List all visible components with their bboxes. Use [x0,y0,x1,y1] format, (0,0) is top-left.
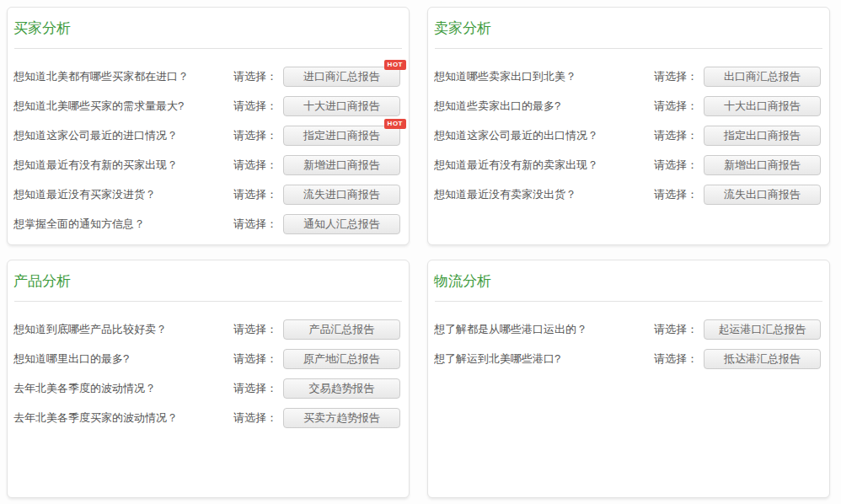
report-row: 想知道这家公司最近的出口情况？ 请选择： 指定出口商报告 [434,121,821,150]
report-row: 想知道最近没有卖家没出货？ 请选择： 流失出口商报告 [434,180,821,209]
report-button[interactable]: 买卖方趋势报告 [283,408,400,428]
report-button-wrap: 通知人汇总报告 [283,214,400,234]
question-label: 想了解都是从哪些港口运出的？ [434,322,654,337]
report-button-wrap: 交易趋势报告 [283,378,400,399]
report-row: 想知道哪些卖家出口到北美？ 请选择： 出口商汇总报告 [434,62,821,91]
select-label: 请选择： [233,187,277,202]
report-button[interactable]: 指定出口商报告 [704,126,821,146]
select-label: 请选择： [654,322,698,337]
question-label: 想知道些卖家出口的最多? [434,99,654,114]
panel-seller-analysis: 卖家分析 想知道哪些卖家出口到北美？ 请选择： 出口商汇总报告 想知道些卖家出口… [427,7,830,245]
report-button-wrap: 指定进口商报告 HOT [283,126,400,146]
report-row: 想知道到底哪些产品比较好卖？ 请选择： 产品汇总报告 [13,314,400,344]
select-label: 请选择： [233,351,277,367]
select-label: 请选择： [233,128,277,143]
report-button[interactable]: 新增进口商报告 [283,155,400,175]
report-button[interactable]: 进口商汇总报告 [283,67,400,87]
report-button-wrap: 起运港口汇总报告 [704,319,821,340]
report-row: 去年北美各季度的波动情况？ 请选择： 交易趋势报告 [13,373,400,403]
report-row: 想知道最近有没有新的卖家出现？ 请选择： 新增出口商报告 [434,150,821,180]
panel-title: 物流分析 [434,272,822,291]
panel-rows: 想了解都是从哪些港口运出的？ 请选择： 起运港口汇总报告 想了解运到北美哪些港口… [428,302,829,373]
question-label: 想知道到底哪些产品比较好卖？ [13,322,233,337]
question-label: 想知道这家公司最近的出口情况？ [434,128,654,143]
select-label: 请选择： [233,158,277,173]
select-label: 请选择： [654,128,698,143]
panel-rows: 想知道哪些卖家出口到北美？ 请选择： 出口商汇总报告 想知道些卖家出口的最多? … [428,49,829,209]
report-button[interactable]: 出口商汇总报告 [704,67,821,87]
question-label: 想知道最近没有买家没进货？ [13,187,233,202]
report-button-wrap: 买卖方趋势报告 [283,408,400,428]
report-row: 想了解都是从哪些港口运出的？ 请选择： 起运港口汇总报告 [434,314,821,344]
report-button-wrap: 新增出口商报告 [704,155,821,175]
question-label: 想知道北美都有哪些买家都在进口？ [13,69,233,84]
report-button-wrap: 抵达港汇总报告 [704,349,821,369]
select-label: 请选择： [654,158,698,173]
report-button[interactable]: 交易趋势报告 [283,378,400,399]
report-row: 想知道北美都有哪些买家都在进口？ 请选择： 进口商汇总报告 HOT [13,62,400,91]
report-button-wrap: 十大出口商报告 [704,96,821,116]
report-button[interactable]: 原产地汇总报告 [283,349,400,369]
report-button-wrap: 产品汇总报告 [283,319,400,340]
panel-buyer-analysis: 买家分析 想知道北美都有哪些买家都在进口？ 请选择： 进口商汇总报告 HOT 想… [7,7,410,245]
report-button[interactable]: 抵达港汇总报告 [704,349,821,369]
report-button-wrap: 新增进口商报告 [283,155,400,175]
question-label: 想知道最近有没有新的买家出现？ [13,158,233,173]
question-label: 想知道最近有没有新的卖家出现？ [434,158,654,173]
report-row: 想知道最近没有买家没进货？ 请选择： 流失进口商报告 [13,180,400,209]
report-button[interactable]: 流失出口商报告 [704,185,821,205]
panel-rows: 想知道到底哪些产品比较好卖？ 请选择： 产品汇总报告 想知道哪里出口的最多? 请… [8,302,409,432]
report-button-wrap: 十大进口商报告 [283,96,400,116]
report-row: 想知道些卖家出口的最多? 请选择： 十大出口商报告 [434,91,821,121]
report-button[interactable]: 十大进口商报告 [283,96,400,116]
report-button[interactable]: 十大出口商报告 [704,96,821,116]
report-row: 去年北美各季度买家的波动情况？ 请选择： 买卖方趋势报告 [13,403,400,432]
panel-product-analysis: 产品分析 想知道到底哪些产品比较好卖？ 请选择： 产品汇总报告 想知道哪里出口的… [7,260,410,498]
report-button[interactable]: 指定进口商报告 [283,126,400,146]
report-button-wrap: 出口商汇总报告 [704,67,821,87]
report-button-wrap: 原产地汇总报告 [283,349,400,369]
question-label: 想了解运到北美哪些港口? [434,351,654,367]
panel-logistics-analysis: 物流分析 想了解都是从哪些港口运出的？ 请选择： 起运港口汇总报告 想了解运到北… [427,260,830,498]
question-label: 想知道哪些卖家出口到北美？ [434,69,654,84]
panel-title: 卖家分析 [434,19,822,38]
question-label: 去年北美各季度的波动情况？ [13,381,233,396]
select-label: 请选择： [654,69,698,84]
question-label: 想知道这家公司最近的进口情况？ [13,128,233,143]
panel-rows: 想知道北美都有哪些买家都在进口？ 请选择： 进口商汇总报告 HOT 想知道北美哪… [8,49,409,239]
report-button[interactable]: 新增出口商报告 [704,155,821,175]
hot-badge: HOT [384,119,406,129]
analysis-grid: 买家分析 想知道北美都有哪些买家都在进口？ 请选择： 进口商汇总报告 HOT 想… [7,7,830,498]
question-label: 想掌握全面的通知方信息？ [13,217,233,232]
report-button[interactable]: 通知人汇总报告 [283,214,400,234]
select-label: 请选择： [233,69,277,84]
question-label: 去年北美各季度买家的波动情况？ [13,410,233,426]
select-label: 请选择： [233,381,277,396]
report-row: 想知道这家公司最近的进口情况？ 请选择： 指定进口商报告 HOT [13,121,400,150]
report-row: 想知道哪里出口的最多? 请选择： 原产地汇总报告 [13,344,400,373]
report-button[interactable]: 产品汇总报告 [283,319,400,340]
question-label: 想知道北美哪些买家的需求量最大? [13,99,233,114]
question-label: 想知道哪里出口的最多? [13,351,233,367]
question-label: 想知道最近没有卖家没出货？ [434,187,654,202]
report-button[interactable]: 流失进口商报告 [283,185,400,205]
report-row: 想知道北美哪些买家的需求量最大? 请选择： 十大进口商报告 [13,91,400,121]
report-button[interactable]: 起运港口汇总报告 [704,319,821,340]
report-button-wrap: 进口商汇总报告 HOT [283,67,400,87]
report-row: 想掌握全面的通知方信息？ 请选择： 通知人汇总报告 [13,209,400,239]
select-label: 请选择： [233,99,277,114]
select-label: 请选择： [654,99,698,114]
report-row: 想了解运到北美哪些港口? 请选择： 抵达港汇总报告 [434,344,821,373]
hot-badge: HOT [384,60,406,70]
select-label: 请选择： [654,187,698,202]
select-label: 请选择： [233,217,277,232]
report-button-wrap: 流失进口商报告 [283,185,400,205]
report-button-wrap: 流失出口商报告 [704,185,821,205]
report-button-wrap: 指定出口商报告 [704,126,821,146]
select-label: 请选择： [233,410,277,426]
select-label: 请选择： [654,351,698,367]
panel-title: 产品分析 [13,272,402,291]
select-label: 请选择： [233,322,277,337]
panel-title: 买家分析 [13,19,402,38]
report-row: 想知道最近有没有新的买家出现？ 请选择： 新增进口商报告 [13,150,400,180]
